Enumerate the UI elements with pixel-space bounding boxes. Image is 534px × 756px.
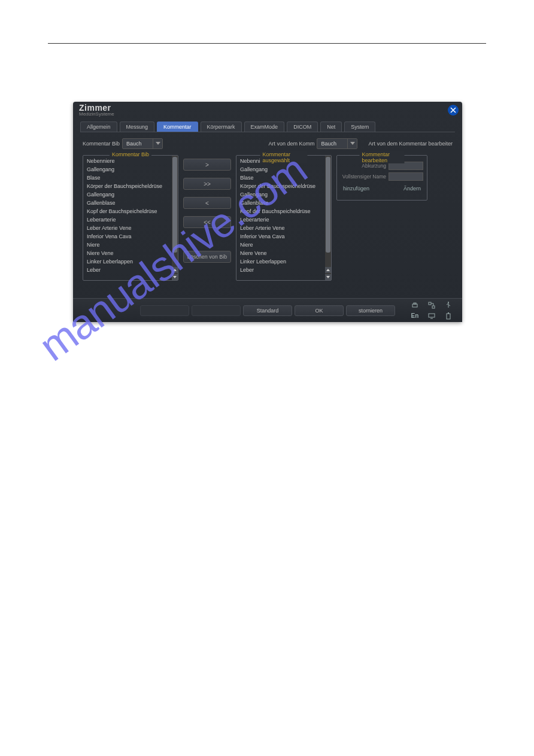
edit-fieldset: Kommentar bearbeiten Abkurzung Vollstens… (336, 155, 427, 201)
tab-system[interactable]: System (344, 122, 375, 132)
scroll-thumb[interactable] (172, 157, 177, 253)
delete-from-bib-button[interactable]: Löschen von Bib (183, 251, 231, 263)
page-divider (48, 43, 486, 45)
monitor-icon (425, 311, 438, 321)
list-item[interactable]: Leber (239, 266, 323, 274)
scroll-down-icon[interactable] (325, 274, 331, 280)
main-columns: Kommentar Bib NebenniereGallengangBlaseK… (83, 155, 453, 281)
tab-koerpermark[interactable]: Körpermark (201, 122, 242, 132)
brand: Zimmer MedizinSysteme (79, 103, 114, 117)
list-item[interactable]: Kopf der Bauchspeicheldrüse (86, 207, 169, 215)
tabbar: Allgemein Messung Kommentar Körpermark E… (73, 117, 462, 132)
svg-rect-1 (414, 303, 416, 304)
printer-icon (408, 300, 421, 310)
battery-icon (442, 311, 455, 321)
list-item[interactable]: Niere (239, 241, 323, 249)
close-icon (450, 107, 456, 113)
close-button[interactable] (448, 105, 459, 116)
edit-legend: Kommentar bearbeiten (360, 151, 405, 163)
kommentar-bib-value: Bauch (123, 141, 153, 147)
bib-list-fieldset: Kommentar Bib NebenniereGallengangBlaseK… (83, 155, 178, 281)
art-komm-value: Bauch (317, 141, 347, 147)
list-item[interactable]: Blase (239, 174, 323, 182)
cancel-button[interactable]: stornieren (346, 305, 395, 316)
list-item[interactable]: Linker Leberlappen (239, 257, 323, 266)
scroll-thumb[interactable] (326, 157, 330, 253)
list-item[interactable]: Inferior Vena Cava (86, 232, 169, 241)
chevron-down-icon (347, 139, 357, 148)
modify-button[interactable]: Ändern (401, 184, 423, 193)
mover-buttons: > >> < << Löschen von Bib (183, 155, 231, 281)
kommentar-bib-label: Kommentar Bib (83, 141, 120, 147)
list-item[interactable]: Kopf der Bauchspeicheldrüse (239, 207, 323, 215)
language-indicator[interactable]: En (408, 311, 421, 321)
selected-scrollbar[interactable] (325, 156, 331, 280)
list-item[interactable]: Körper der Bauchspeicheldrüse (239, 182, 323, 190)
art-komm-select[interactable]: Bauch (317, 138, 357, 149)
svg-rect-6 (447, 314, 450, 319)
tab-net[interactable]: Net (320, 122, 342, 132)
move-left-button[interactable]: < (183, 197, 231, 209)
kommentar-bib-select[interactable]: Bauch (122, 138, 163, 149)
svg-rect-5 (429, 314, 435, 317)
list-item[interactable]: Niere Vene (239, 249, 323, 257)
list-item[interactable]: Gallengang (239, 165, 323, 174)
scroll-up-icon[interactable] (325, 267, 331, 273)
list-item[interactable]: Leberarterie (239, 215, 323, 224)
move-all-left-button[interactable]: << (183, 216, 231, 228)
svg-rect-2 (429, 302, 431, 305)
svg-rect-0 (412, 304, 417, 307)
svg-rect-7 (448, 312, 449, 314)
list-item[interactable]: Leber Arterie Vene (239, 224, 323, 232)
list-item[interactable]: Körper der Bauchspeicheldrüse (86, 182, 169, 190)
titlebar: Zimmer MedizinSysteme (73, 102, 462, 117)
tab-allgemein[interactable]: Allgemein (80, 122, 117, 132)
edit-kind-label: Art von dem Kommentar bearbeiter (368, 141, 453, 147)
list-item[interactable]: Leberarterie (86, 215, 169, 224)
list-item[interactable]: Gallengang (239, 190, 323, 199)
list-item[interactable]: Gallenblase (239, 199, 323, 207)
list-item[interactable]: Gallengang (86, 165, 169, 174)
network-icon (425, 300, 438, 310)
fullname-input[interactable] (389, 172, 423, 181)
list-item[interactable]: Leber (86, 266, 169, 274)
list-item[interactable]: Leber Arterie Vene (86, 224, 169, 232)
svg-rect-3 (432, 306, 435, 308)
selected-legend: Kommentar ausgewählt (260, 151, 308, 163)
bib-scrollbar[interactable] (172, 156, 178, 280)
list-item[interactable]: Nebenniere (86, 157, 169, 165)
ghost-button-1[interactable] (140, 305, 189, 316)
scroll-down-icon[interactable] (172, 274, 178, 280)
tab-dicom[interactable]: DICOM (287, 122, 318, 132)
app-window: Zimmer MedizinSysteme Allgemein Messung … (73, 102, 462, 322)
brand-sub: MedizinSysteme (79, 111, 114, 117)
list-item[interactable]: Gallengang (86, 190, 169, 199)
tab-kommentar[interactable]: Kommentar (157, 122, 198, 132)
fullname-label: Vollstensiger Name (341, 174, 386, 180)
selector-row: Kommentar Bib Bauch Art von dem Komm Bau… (83, 138, 453, 149)
list-item[interactable]: Inferior Vena Cava (239, 232, 323, 241)
usb-icon (442, 300, 455, 310)
bib-legend: Kommentar Bib (110, 151, 151, 157)
list-item[interactable]: Linker Leberlappen (86, 257, 169, 266)
standard-button[interactable]: Standard (243, 305, 292, 316)
tab-messung[interactable]: Messung (120, 122, 155, 132)
selected-listbox[interactable]: NebenniereGallengangBlaseKörper der Bauc… (236, 156, 331, 280)
abbrev-label: Abkurzung (341, 163, 386, 169)
chevron-down-icon (153, 139, 162, 148)
svg-point-4 (448, 302, 449, 303)
list-item[interactable]: Niere Vene (86, 249, 169, 257)
scroll-up-icon[interactable] (172, 267, 178, 273)
list-item[interactable]: Niere (86, 241, 169, 249)
move-all-right-button[interactable]: >> (183, 178, 231, 190)
bib-listbox[interactable]: NebenniereGallengangBlaseKörper der Bauc… (83, 156, 178, 280)
tab-exammode[interactable]: ExamMode (244, 122, 285, 132)
list-item[interactable]: Gallenblase (86, 199, 169, 207)
ok-button[interactable]: OK (295, 305, 344, 316)
status-icons: En (408, 300, 455, 321)
list-item[interactable]: Blase (86, 174, 169, 182)
ghost-button-2[interactable] (192, 305, 241, 316)
bottom-bar: Standard OK stornieren En (73, 298, 462, 322)
move-right-button[interactable]: > (183, 159, 231, 171)
add-button[interactable]: hinzufügen (341, 184, 372, 193)
